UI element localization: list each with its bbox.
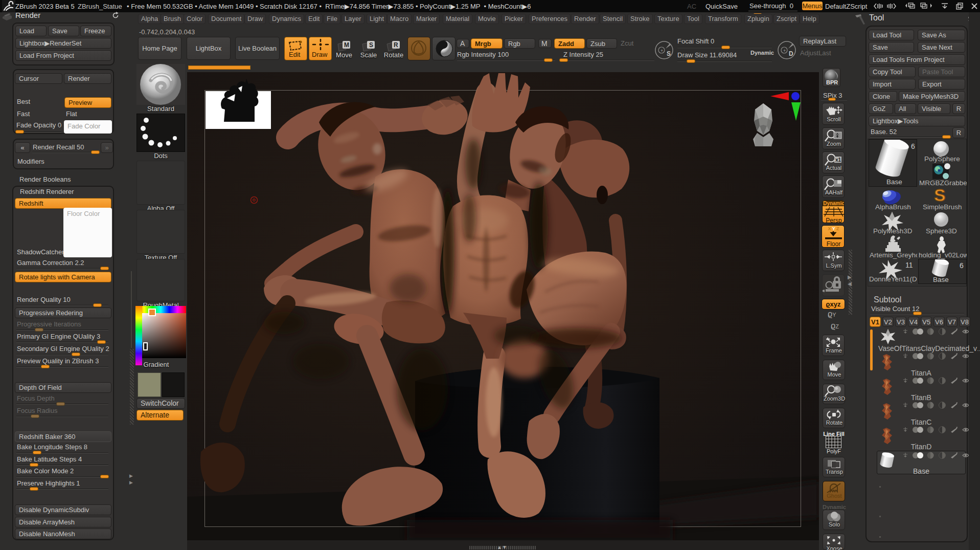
svg-text:AlphaBrush: AlphaBrush — [875, 203, 911, 211]
svg-text:S: S — [369, 41, 373, 49]
svg-text:Sphere3D: Sphere3D — [926, 227, 957, 235]
svg-text:M: M — [344, 41, 349, 49]
svg-text:x1: x1 — [835, 157, 841, 163]
svg-text:Base: Base — [886, 178, 902, 186]
svg-text:R: R — [394, 41, 398, 49]
svg-text:BPR: BPR — [826, 79, 838, 85]
svg-text:DonnieYen11(De: DonnieYen11(De — [869, 275, 917, 283]
svg-text:Base: Base — [933, 276, 949, 283]
svg-text:6: 6 — [911, 142, 915, 150]
svg-text:PolySphere: PolySphere — [924, 155, 960, 163]
svg-text:11: 11 — [905, 261, 913, 269]
svg-text:holding_v02Low: holding_v02Low — [919, 251, 967, 259]
svg-text:S: S — [934, 187, 946, 205]
svg-text:SimpleBrush: SimpleBrush — [923, 203, 962, 211]
svg-text:S: S — [667, 50, 671, 57]
svg-text:MRGBZGrabber: MRGBZGrabber — [919, 179, 967, 187]
svg-text:Artemis_Greyhou: Artemis_Greyhou — [870, 251, 917, 259]
svg-text:PolyMesh3D: PolyMesh3D — [873, 227, 913, 235]
svg-text:+: + — [783, 48, 786, 53]
svg-text:D: D — [789, 50, 793, 57]
svg-text:+: + — [660, 48, 663, 53]
svg-text:6: 6 — [960, 261, 964, 270]
